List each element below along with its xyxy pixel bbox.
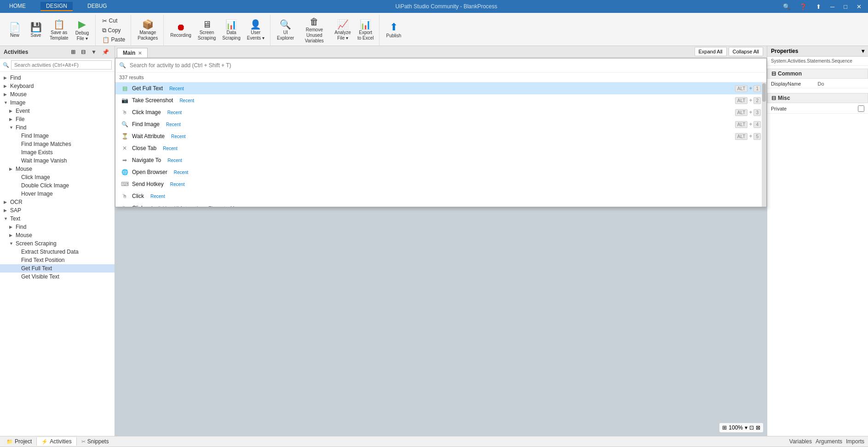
debug-button[interactable]: ▶ DebugFile ▾ — [72, 17, 92, 44]
tree-item-get-full-text[interactable]: Get Full Text — [0, 264, 115, 273]
signin-btn[interactable]: ⬆ — [813, 2, 824, 11]
tree-item-image-mouse[interactable]: ▶ Mouse — [0, 165, 115, 173]
tree-item-wait-image-vanish[interactable]: Wait Image Vanish — [0, 157, 115, 165]
tree-label: SAP — [10, 207, 21, 214]
section-misc-header[interactable]: ⊟ Misc — [767, 93, 868, 103]
tree-item-find-text-position[interactable]: Find Text Position — [0, 256, 115, 264]
cut-button[interactable]: ✂ Cut — [99, 17, 128, 25]
result-close-tab[interactable]: ✕ Close Tab Recent — [115, 142, 766, 154]
remove-unused-variables-button[interactable]: 🗑 Remove UnusedVariables — [298, 17, 331, 44]
bottom-tabs: 📁 Project ⚡ Activities ✂ Snippets Variab… — [0, 436, 868, 447]
result-left: 🔍 Find Image Recent — [121, 121, 181, 128]
export-to-excel-button[interactable]: 📊 Exportto Excel — [355, 17, 377, 44]
tree-item-text-mouse[interactable]: ▶ Mouse — [0, 231, 115, 239]
data-scraping-button[interactable]: 📊 DataScraping — [219, 17, 243, 44]
tab-main[interactable]: Main ✕ — [117, 48, 148, 58]
tree-item-get-visible-text[interactable]: Get Visible Text — [0, 273, 115, 281]
tree-item-image-exists[interactable]: Image Exists — [0, 148, 115, 157]
activities-filter-icon[interactable]: ▼ — [89, 48, 98, 56]
tree-item-click-image[interactable]: Click Image — [0, 173, 115, 181]
designer-tabs-bar: Main ✕ 🔍 337 results ▤ Get Full Text Rec… — [115, 46, 767, 58]
tree-item-event[interactable]: ▶ Event — [0, 107, 115, 115]
tree-label: Get Visible Text — [21, 273, 59, 280]
result-send-hotkey-recent[interactable]: ⌨ Send Hotkey Recent — [115, 178, 766, 190]
result-open-browser[interactable]: 🌐 Open Browser Recent — [115, 166, 766, 178]
zoom-dropdown-icon[interactable]: ▾ — [745, 424, 747, 431]
manage-packages-button[interactable]: 📦 ManagePackages — [135, 17, 161, 44]
fullscreen2-icon[interactable]: ⊠ — [756, 424, 760, 431]
arrow-icon: ▶ — [4, 92, 8, 97]
screen-scraping-button[interactable]: 🖥 ScreenScraping — [195, 17, 218, 44]
tree-item-extract-structured-data[interactable]: Extract Structured Data — [0, 248, 115, 256]
tree-item-screen-scraping[interactable]: ▼ Screen Scraping — [0, 239, 115, 248]
copy-button[interactable]: ⧉ Copy — [99, 26, 128, 35]
tree-item-find-image-matches[interactable]: Find Image Matches — [0, 140, 115, 148]
search-scrollbar[interactable] — [762, 82, 766, 207]
section-common-header[interactable]: ⊟ Common — [767, 69, 868, 79]
result-name: Send Hotkey — [132, 181, 164, 187]
help-btn[interactable]: ❓ — [797, 2, 810, 11]
tree-item-double-click-image[interactable]: Double Click Image — [0, 181, 115, 190]
tab-project[interactable]: 📁 Project — [2, 437, 36, 446]
result-find-image[interactable]: 🔍 Find Image Recent ALT+4 — [115, 118, 766, 130]
activity-search-input[interactable] — [129, 61, 763, 70]
tree-item-file[interactable]: ▶ File — [0, 115, 115, 123]
maximize-btn[interactable]: □ — [841, 2, 850, 11]
tab-activities-bottom[interactable]: ⚡ Activities — [36, 437, 76, 446]
new-button[interactable]: 📄 New — [5, 17, 25, 44]
tab-snippets[interactable]: ✂ Snippets — [77, 437, 114, 446]
variables-tab[interactable]: Variables — [788, 437, 814, 446]
property-private-checkbox[interactable] — [858, 105, 864, 112]
arguments-tab[interactable]: Arguments — [814, 437, 844, 446]
tab-close-icon[interactable]: ✕ — [138, 51, 142, 56]
tab-home[interactable]: HOME — [4, 2, 31, 11]
activities-collapse-icon[interactable]: ⊟ — [79, 48, 87, 56]
minimize-btn[interactable]: ─ — [828, 2, 837, 11]
tree-item-find[interactable]: ▶ Find — [0, 74, 115, 82]
expand-all-button[interactable]: Expand All — [695, 47, 727, 56]
collapse-all-button[interactable]: Collapse All — [729, 47, 763, 56]
activities-search-input[interactable] — [11, 60, 112, 70]
arrow-icon: ▶ — [9, 117, 14, 122]
tree-item-sap[interactable]: ▶ SAP — [0, 206, 115, 215]
result-navigate-to[interactable]: ➡ Navigate To Recent — [115, 154, 766, 166]
save-button[interactable]: 💾 Save — [26, 17, 46, 44]
tree-item-keyboard[interactable]: ▶ Keyboard — [0, 82, 115, 90]
close-btn[interactable]: ✕ — [854, 2, 864, 11]
properties-pin-icon[interactable]: ▾ — [862, 48, 864, 54]
result-take-screenshot[interactable]: 📷 Take Screenshot Recent ALT+2 — [115, 94, 766, 106]
project-tab-label: Project — [15, 438, 32, 445]
analyze-file-button[interactable]: 📈 AnalyzeFile ▾ — [332, 17, 354, 44]
tree-item-ocr[interactable]: ▶ OCR — [0, 198, 115, 206]
search-btn[interactable]: 🔍 — [780, 2, 793, 11]
save-as-template-button[interactable]: 📋 Save asTemplate — [47, 17, 71, 44]
user-events-button[interactable]: 👤 UserEvents ▾ — [244, 17, 267, 44]
tree-item-find-image[interactable]: Find Image — [0, 132, 115, 140]
tab-design[interactable]: DESIGN — [40, 2, 73, 11]
result-click-recent[interactable]: 🖱 Click Recent — [115, 190, 766, 202]
imports-tab[interactable]: Imports — [844, 437, 866, 446]
result-left: ✕ Close Tab Recent — [121, 145, 178, 152]
tree-item-image[interactable]: ▼ Image — [0, 99, 115, 107]
activities-expand-icon[interactable]: ⊞ — [69, 48, 77, 56]
ui-explorer-button[interactable]: 🔍 UIExplorer — [274, 17, 297, 44]
tab-debug[interactable]: DEBUG — [82, 2, 113, 11]
tree-item-text-find[interactable]: ▶ Find — [0, 223, 115, 231]
tree-item-mouse[interactable]: ▶ Mouse — [0, 90, 115, 99]
tree-item-image-find[interactable]: ▼ Find — [0, 123, 115, 132]
tree-item-hover-image[interactable]: Hover Image — [0, 190, 115, 198]
result-click-available[interactable]: 🖱 Click Available > UI Automation > Elem… — [115, 202, 766, 207]
arrow-icon: ▶ — [9, 225, 14, 229]
screen-scraping-label: ScreenScraping — [198, 30, 216, 41]
tree-item-text[interactable]: ▼ Text — [0, 215, 115, 223]
fullscreen-icon[interactable]: ⊡ — [749, 424, 754, 431]
fit-icon[interactable]: ⊞ — [722, 424, 727, 431]
activities-pin-icon[interactable]: 📌 — [100, 48, 111, 56]
result-wait-attribute[interactable]: ⏳ Wait Attribute Recent ALT+5 — [115, 130, 766, 142]
result-get-full-text[interactable]: ▤ Get Full Text Recent ALT+1 — [115, 82, 766, 94]
recording-button[interactable]: ⏺ Recording — [167, 17, 194, 44]
result-click-image[interactable]: 🖱 Click Image Recent ALT+3 — [115, 106, 766, 118]
paste-button[interactable]: 📋 Paste — [99, 35, 128, 44]
publish-button[interactable]: ⬆ Publish — [383, 17, 404, 44]
main-layout: Activities ⊞ ⊟ ▼ 📌 🔍 ▶ Find ▶ Keyboard ▶ — [0, 46, 868, 436]
